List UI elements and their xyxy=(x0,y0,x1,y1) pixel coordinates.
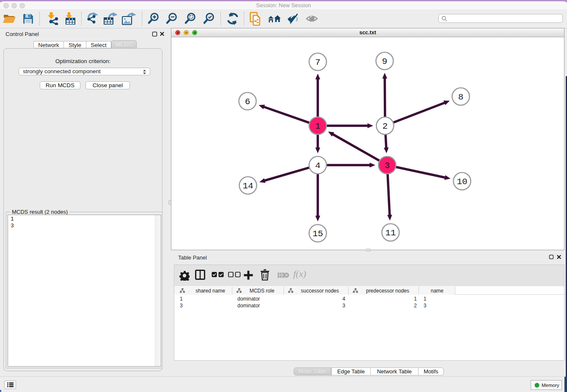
svg-text:10: 10 xyxy=(457,177,467,187)
svg-text:9: 9 xyxy=(382,57,388,66)
svg-text:6: 6 xyxy=(245,97,250,107)
svg-text:2: 2 xyxy=(383,121,388,131)
svg-text:4: 4 xyxy=(315,161,321,171)
svg-text:11: 11 xyxy=(385,228,396,238)
svg-text:3: 3 xyxy=(385,161,390,171)
svg-text:1: 1 xyxy=(315,121,321,131)
svg-text:15: 15 xyxy=(312,229,323,239)
svg-text:8: 8 xyxy=(458,92,464,102)
svg-text:7: 7 xyxy=(315,58,321,67)
svg-text:14: 14 xyxy=(242,181,253,191)
